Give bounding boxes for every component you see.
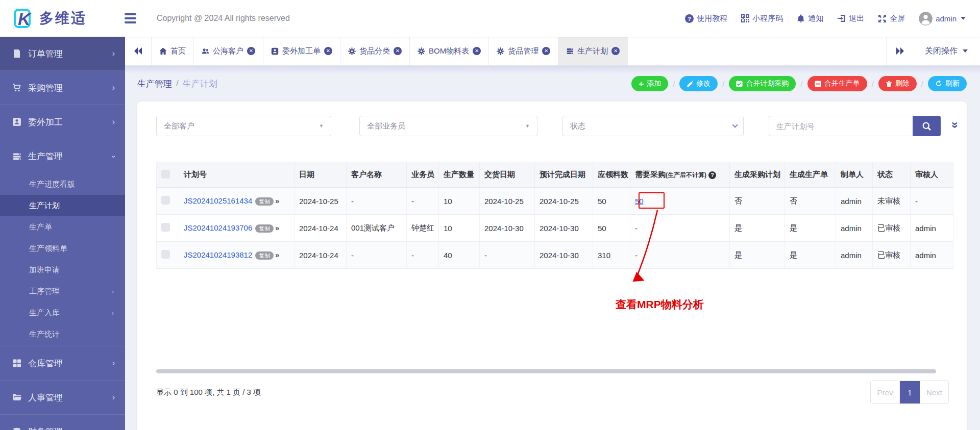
- tab-production-plan[interactable]: 生产计划 ✕: [558, 37, 628, 65]
- miniprogram-qr-link[interactable]: 小程序码: [741, 14, 783, 23]
- expand-row-icon[interactable]: »: [275, 224, 279, 232]
- tab-outsourcing-order[interactable]: 委外加工单 ✕: [263, 37, 340, 65]
- sidebar-item-hr[interactable]: 人事管理 ›: [0, 381, 125, 415]
- database-icon: [12, 427, 21, 430]
- plan-no-input[interactable]: [769, 116, 913, 136]
- toolbar: + 添加 / 修改 / 合并计划采购 /: [631, 76, 967, 91]
- close-operations-menu[interactable]: 关闭操作: [913, 37, 980, 65]
- sidebar-item-production[interactable]: 生产管理 ›: [0, 139, 125, 173]
- copy-badge[interactable]: 复制: [255, 197, 274, 206]
- sidebar: 订单管理 › 采购管理 › 委外加工 ›: [0, 37, 125, 430]
- tabs-scroll-right-icon[interactable]: [886, 37, 913, 65]
- cell-salesman: -: [407, 188, 439, 215]
- next-page-button[interactable]: Next: [920, 381, 948, 403]
- col-est-finish-date: 预计完成日期: [535, 162, 593, 188]
- copy-badge[interactable]: 复制: [255, 224, 274, 233]
- app-logo[interactable]: K 多维适: [0, 8, 117, 29]
- sidebar-sub-progress-board[interactable]: 生产进度看版: [0, 173, 125, 195]
- tab-home[interactable]: 首页: [152, 37, 194, 65]
- col-salesman: 业务员: [407, 162, 439, 188]
- sidebar-sub-material-requisition[interactable]: 生产领料单: [0, 238, 125, 259]
- tab-label: 公海客户: [213, 46, 243, 56]
- logout-link[interactable]: 退出: [837, 14, 864, 23]
- tabs-scroll-left-icon[interactable]: [125, 37, 152, 65]
- cell-date: 2024-10-25: [295, 188, 347, 215]
- sidebar-item-label: 委外加工: [28, 116, 63, 128]
- delete-button[interactable]: 删除: [878, 76, 917, 91]
- salesman-select[interactable]: 全部业务员 ▼: [359, 116, 537, 136]
- prev-page-button[interactable]: Prev: [871, 381, 899, 403]
- expand-row-icon[interactable]: »: [275, 251, 279, 259]
- mrp-analysis-link[interactable]: 50: [635, 197, 644, 206]
- copy-badge[interactable]: 复制: [255, 251, 274, 260]
- tab-close-icon[interactable]: ✕: [542, 47, 550, 55]
- select-all-checkbox[interactable]: [161, 170, 170, 179]
- sidebar-sub-production-plan[interactable]: 生产计划: [0, 195, 125, 216]
- table-footer: 显示 0 到 100 项, 共 1 页 / 3 项 Prev 1 Next: [156, 381, 949, 404]
- gear-icon: [497, 47, 504, 55]
- plan-no-link[interactable]: JS20241024193812: [184, 250, 252, 259]
- toolbar-divider: /: [921, 80, 923, 88]
- user-menu[interactable]: admin: [919, 12, 966, 26]
- tabbar-spacer: [628, 37, 886, 65]
- tab-close-icon[interactable]: ✕: [611, 47, 620, 55]
- customer-select[interactable]: 全部客户 ▼: [156, 116, 331, 136]
- sidebar-sub-overtime-request[interactable]: 加班申请: [0, 259, 125, 281]
- cell-creator: admin: [836, 215, 873, 242]
- help-link[interactable]: ? 使用教程: [685, 14, 727, 23]
- sidebar-item-label: 生产管理: [28, 150, 63, 162]
- row-checkbox[interactable]: [161, 223, 170, 232]
- status-select[interactable]: 状态: [562, 116, 744, 136]
- tab-label: 委外加工单: [282, 46, 321, 56]
- sidebar-sub-process-management[interactable]: 工序管理 ›: [0, 281, 125, 302]
- tab-close-icon[interactable]: ✕: [324, 47, 332, 55]
- tab-goods-category[interactable]: 货品分类 ✕: [340, 37, 410, 65]
- expand-row-icon[interactable]: »: [275, 197, 279, 205]
- cell-creator: admin: [836, 188, 873, 215]
- production-submenu: 生产进度看版 生产计划 生产单 生产领料单 加班申请 工序管理 › 生产入库 ›: [0, 173, 125, 346]
- toolbar-divider: /: [722, 80, 724, 88]
- customer-select-value: 全部客户: [164, 121, 194, 131]
- sidebar-item-outsourcing[interactable]: 委外加工 ›: [0, 105, 125, 139]
- merge-production-order-button[interactable]: 合并生产单: [807, 76, 867, 91]
- row-checkbox[interactable]: [161, 250, 170, 259]
- breadcrumb-current: 生产计划: [183, 78, 217, 90]
- tab-goods-management[interactable]: 货品管理 ✕: [489, 37, 558, 65]
- toolbar-divider: /: [872, 80, 874, 88]
- tab-public-customers[interactable]: 公海客户 ✕: [194, 37, 263, 65]
- tab-close-icon[interactable]: ✕: [473, 47, 481, 55]
- sidebar-item-purchasing[interactable]: 采购管理 ›: [0, 71, 125, 105]
- submenu-label: 加班申请: [29, 265, 60, 275]
- tab-bom-materials[interactable]: BOM物料表 ✕: [410, 37, 489, 65]
- sidebar-item-warehouse[interactable]: 仓库管理 ›: [0, 346, 125, 381]
- col-material-qty: 应领料数: [593, 162, 630, 188]
- notifications-link[interactable]: 通知: [797, 14, 823, 23]
- cell-salesman: -: [407, 242, 439, 269]
- help-circle-icon[interactable]: ?: [708, 171, 716, 179]
- refresh-button[interactable]: 刷新: [928, 76, 967, 91]
- sidebar-item-orders[interactable]: 订单管理 ›: [0, 37, 125, 71]
- horizontal-scrollbar[interactable]: [156, 369, 936, 373]
- merge-purchase-plan-button[interactable]: 合并计划采购: [729, 76, 796, 91]
- sidebar-sub-production-order[interactable]: 生产单: [0, 216, 125, 238]
- expand-filters-icon[interactable]: «: [948, 121, 960, 128]
- tab-close-icon[interactable]: ✕: [247, 47, 255, 55]
- sidebar-sub-production-stats[interactable]: 生产统计: [0, 323, 125, 345]
- cell-status: 未审核: [873, 188, 911, 215]
- sidebar-item-label: 财务管理: [28, 426, 63, 430]
- gear-icon: [348, 47, 356, 55]
- search-button[interactable]: [913, 116, 941, 136]
- sidebar-item-finance[interactable]: 财务管理 ›: [0, 415, 125, 430]
- users-icon: [202, 47, 209, 55]
- add-button[interactable]: + 添加: [631, 76, 668, 91]
- plan-no-link[interactable]: JS20241024193706: [184, 223, 252, 232]
- tab-close-icon[interactable]: ✕: [394, 47, 402, 55]
- row-checkbox[interactable]: [161, 196, 170, 205]
- fullscreen-link[interactable]: 全屏: [878, 14, 905, 23]
- plan-no-link[interactable]: JS20241025161434: [184, 196, 252, 205]
- page-1-button[interactable]: 1: [899, 381, 920, 403]
- edit-button[interactable]: 修改: [679, 76, 718, 91]
- hamburger-menu-icon[interactable]: [125, 13, 136, 23]
- sidebar-sub-production-inbound[interactable]: 生产入库 ›: [0, 302, 125, 323]
- breadcrumb-section[interactable]: 生产管理: [137, 78, 172, 90]
